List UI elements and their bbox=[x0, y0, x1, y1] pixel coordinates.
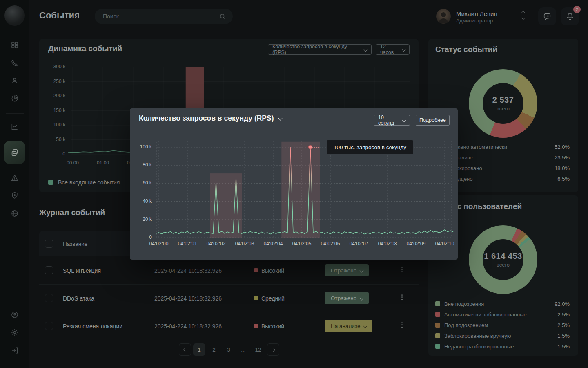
chart-tooltip: 100 тыс. запросов в секунду bbox=[327, 140, 413, 154]
axis-tick-label: 04:02:09 bbox=[402, 241, 430, 247]
rps-modal: Количество запросов в секунду (RPS) 10 с… bbox=[130, 108, 458, 260]
axis-tick-label: 04:02:04 bbox=[259, 241, 287, 247]
axis-tick-label: 80 k bbox=[133, 162, 152, 168]
axis-tick-label: 60 k bbox=[133, 180, 152, 186]
axis-tick-label: 04:02:02 bbox=[202, 241, 230, 247]
axis-tick-label: 40 k bbox=[133, 198, 152, 204]
axis-tick-label: 04:02:05 bbox=[287, 241, 316, 247]
axis-tick-label: 04:02:03 bbox=[230, 241, 259, 247]
rps-chart bbox=[130, 108, 458, 260]
tooltip-text: 100 тыс. запросов в секунду bbox=[334, 144, 406, 150]
axis-tick-label: 04:02:07 bbox=[345, 241, 373, 247]
axis-tick-label: 04:02:08 bbox=[373, 241, 402, 247]
axis-tick-label: 0 bbox=[133, 234, 152, 240]
axis-tick-label: 100 k bbox=[133, 144, 152, 150]
axis-tick-label: 20 k bbox=[133, 216, 152, 222]
axis-tick-label: 04:02:01 bbox=[173, 241, 202, 247]
axis-tick-label: 04:02:00 bbox=[145, 241, 173, 247]
axis-tick-label: 04:02:10 bbox=[430, 241, 459, 247]
axis-tick-label: 04:02:06 bbox=[316, 241, 345, 247]
